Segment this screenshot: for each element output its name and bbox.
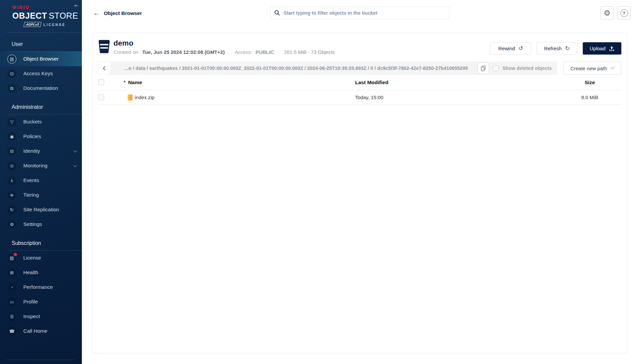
identity-icon: ⊟ <box>7 147 16 156</box>
sidebar-item-site-replication[interactable]: ↻ Site Replication <box>0 202 82 217</box>
health-icon: ⊞ <box>7 268 16 277</box>
license-label: LICENSE <box>43 23 66 27</box>
bucket-meta: Created on: Tue, Jun 25 2024 12:02:08 (G… <box>113 49 335 55</box>
chevron-down-icon <box>74 149 77 152</box>
call-home-icon: ☎ <box>7 327 16 336</box>
upload-icon <box>609 46 614 51</box>
sidebar-item-object-browser[interactable]: ▤ Object Browser <box>0 52 82 66</box>
sidebar-item-call-home[interactable]: ☎ Call Home <box>0 324 82 338</box>
documentation-icon: ⧉ <box>7 84 16 93</box>
copy-icon <box>481 66 486 71</box>
help-button[interactable]: ? <box>617 6 631 20</box>
inspect-icon: ☰ <box>7 312 16 321</box>
topbar: ← Object Browser ⚙ ? <box>82 0 637 26</box>
table-row[interactable]: index.zip Today, 15:00 8.0 MiB <box>98 90 621 105</box>
sidebar-divider <box>7 32 82 33</box>
back-arrow-icon[interactable]: ← <box>93 10 100 16</box>
row-checkbox[interactable] <box>99 94 104 100</box>
object-size-cell: 8.0 MiB <box>558 94 621 100</box>
access-keys-icon: ⊡ <box>7 69 16 78</box>
tiering-icon: ≋ <box>7 191 16 200</box>
upload-button[interactable]: Upload <box>583 42 621 55</box>
settings-button[interactable]: ⚙ <box>600 6 614 20</box>
copy-path-button[interactable] <box>478 63 489 74</box>
minio-logo: MINIO OBJECTSTORE AGPLv3 LICENSE <box>0 0 82 27</box>
sidebar-item-settings[interactable]: ⚙ Settings <box>0 217 82 232</box>
breadcrumb-row: ...o / data / earthquakes / 2021-01-01T0… <box>98 62 621 75</box>
refresh-button[interactable]: Refresh ↻ <box>536 42 577 55</box>
last-modified-header: Last Modified <box>355 80 558 86</box>
access-value: PUBLIC <box>256 49 274 55</box>
table-header-row: ▲ Name Last Modified Size <box>98 75 621 90</box>
section-label-user: User <box>12 41 82 49</box>
sidebar-item-monitoring[interactable]: ⊙ Monitoring <box>0 158 82 173</box>
sidebar-item-performance[interactable]: ◔ Performance <box>0 280 82 294</box>
sidebar-item-access-keys[interactable]: ⊡ Access Keys <box>0 66 82 81</box>
sidebar-item-buckets[interactable]: ▽ Buckets <box>0 114 82 129</box>
zip-file-icon <box>128 94 132 100</box>
search-bar <box>271 7 449 19</box>
sidebar-item-identity[interactable]: ⊟ Identity <box>0 144 82 158</box>
page-title: Object Browser <box>104 10 142 16</box>
sidebar-item-documentation[interactable]: ⧉ Documentation <box>0 81 82 95</box>
sidebar-item-health[interactable]: ⊞ Health <box>0 265 82 280</box>
sidebar-item-profile[interactable]: ▭ Profile <box>0 294 82 309</box>
bucket-name: demo <box>113 39 335 48</box>
show-deleted-checkbox[interactable] <box>493 66 499 71</box>
agpl-badge: AGPLv3 <box>23 22 41 27</box>
create-new-path-button[interactable]: Create new path :// <box>563 62 621 75</box>
sidebar-collapse-icon[interactable]: ⇤ <box>74 3 79 9</box>
license-icon: ▤ <box>7 254 16 263</box>
sort-ascending-icon: ▲ <box>123 80 126 83</box>
select-all-checkbox[interactable] <box>99 80 104 85</box>
select-all-cell <box>98 80 113 85</box>
minio-wordmark: MINIO <box>12 5 82 10</box>
rewind-icon: ↺ <box>518 45 523 52</box>
show-deleted-label: Show deleted objects <box>503 66 552 71</box>
license-badge: AGPLv3 LICENSE <box>12 22 66 27</box>
sidebar: ⇤ MINIO OBJECTSTORE AGPLv3 LICENSE User … <box>0 0 82 364</box>
performance-icon: ◔ <box>7 283 16 292</box>
name-header[interactable]: ▲ Name <box>113 80 355 86</box>
policies-icon: ◉ <box>7 132 16 141</box>
access-label: Access: <box>235 49 252 55</box>
sidebar-item-inspect[interactable]: ☰ Inspect <box>0 309 82 324</box>
rewind-button[interactable]: Rewind ↺ <box>490 42 531 55</box>
object-name-cell: index.zip <box>113 94 355 100</box>
search-icon <box>274 10 280 16</box>
sidebar-item-events[interactable]: λ Events <box>0 173 82 188</box>
main-area: ← Object Browser ⚙ ? <box>82 0 637 364</box>
search-input[interactable] <box>271 7 449 19</box>
refresh-icon: ↻ <box>565 45 570 52</box>
profile-icon: ▭ <box>7 297 16 306</box>
section-label-subscription: Subscription <box>12 240 82 248</box>
breadcrumb[interactable]: ...o / data / earthquakes / 2021-01-01T0… <box>124 66 474 71</box>
row-select-cell <box>98 94 113 100</box>
object-modified-cell: Today, 15:00 <box>355 94 558 100</box>
monitoring-icon: ⊙ <box>7 161 16 170</box>
bucket-summary: 201.5 MiB - 73 Objects <box>284 49 335 55</box>
settings-icon: ⚙ <box>7 220 16 229</box>
sidebar-item-tiering[interactable]: ≋ Tiering <box>0 188 82 202</box>
object-browser-icon: ▤ <box>7 55 16 64</box>
created-value: Tue, Jun 25 2024 12:02:08 (GMT+2) <box>142 49 225 55</box>
app-window: ⇤ MINIO OBJECTSTORE AGPLv3 LICENSE User … <box>0 0 637 364</box>
gear-icon: ⚙ <box>604 9 611 17</box>
object-name-link[interactable]: index.zip <box>135 94 154 100</box>
sidebar-item-license[interactable]: ▤ License <box>0 251 82 265</box>
size-header: Size <box>558 80 621 86</box>
chevron-down-icon <box>74 164 77 167</box>
sidebar-bottom-divider <box>7 360 74 360</box>
license-notification-dot <box>14 253 17 256</box>
bucket-card: demo Created on: Tue, Jun 25 2024 12:02:… <box>93 33 627 353</box>
breadcrumb-bar: ...o / data / earthquakes / 2021-01-01T0… <box>110 62 557 75</box>
events-icon: λ <box>7 176 16 185</box>
buckets-icon: ▽ <box>7 117 16 126</box>
site-replication-icon: ↻ <box>7 205 16 214</box>
section-label-administrator: Administrator <box>12 104 82 112</box>
breadcrumb-back-button[interactable] <box>98 62 110 75</box>
created-label: Created on: <box>113 49 139 55</box>
sidebar-item-policies[interactable]: ◉ Policies <box>0 129 82 144</box>
objects-table: ▲ Name Last Modified Size index.zip <box>98 75 621 105</box>
chevron-left-icon <box>103 66 107 71</box>
